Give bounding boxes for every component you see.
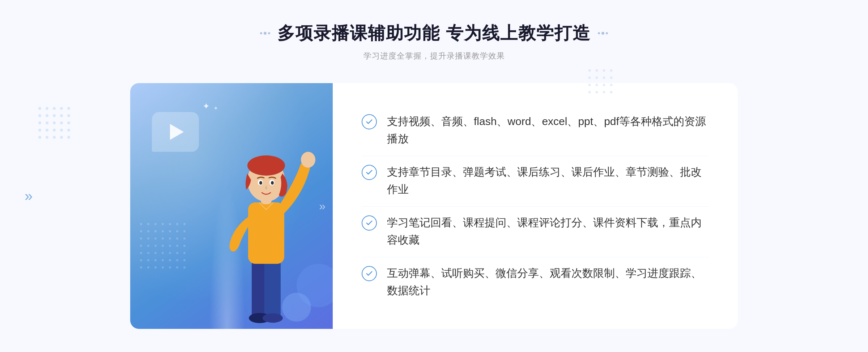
svg-point-64	[53, 107, 56, 110]
svg-point-102	[610, 91, 613, 94]
svg-point-97	[603, 84, 605, 86]
svg-point-98	[610, 84, 613, 86]
svg-point-20	[183, 237, 186, 240]
svg-point-32	[169, 252, 171, 254]
svg-point-66	[67, 107, 70, 110]
svg-point-94	[610, 77, 613, 79]
svg-point-25	[169, 245, 171, 247]
svg-point-4	[169, 223, 171, 225]
svg-point-34	[183, 252, 186, 254]
svg-point-16	[154, 237, 157, 240]
svg-point-92	[596, 77, 598, 79]
svg-point-22	[147, 245, 149, 247]
svg-point-10	[162, 230, 164, 232]
svg-point-87	[588, 69, 591, 72]
svg-point-40	[176, 259, 178, 261]
svg-point-29	[147, 252, 149, 254]
svg-point-18	[169, 237, 171, 240]
svg-point-30	[154, 252, 157, 254]
svg-point-60	[259, 181, 262, 185]
person-illustration	[208, 126, 324, 329]
svg-point-19	[176, 237, 178, 240]
svg-point-13	[183, 230, 186, 232]
svg-point-75	[60, 121, 63, 124]
title-decorator-left	[260, 32, 270, 35]
svg-point-63	[46, 107, 48, 110]
svg-point-83	[46, 136, 48, 139]
svg-point-68	[46, 114, 48, 117]
svg-point-82	[38, 136, 41, 139]
svg-point-45	[162, 266, 164, 269]
svg-point-96	[596, 84, 598, 86]
svg-point-7	[140, 230, 142, 232]
svg-point-74	[53, 121, 56, 124]
svg-point-65	[60, 107, 63, 110]
svg-rect-50	[264, 260, 281, 318]
feature-text-1: 支持视频、音频、flash、word、excel、ppt、pdf等各种格式的资源…	[387, 113, 709, 147]
feature-item-4: 互动弹幕、试听购买、微信分享、观看次数限制、学习进度跟踪、数据统计	[362, 257, 709, 306]
svg-point-21	[140, 245, 142, 247]
svg-point-6	[183, 223, 186, 225]
svg-point-35	[140, 259, 142, 261]
features-panel: 支持视频、音频、flash、word、excel、ppt、pdf等各种格式的资源…	[333, 83, 738, 329]
svg-point-8	[147, 230, 149, 232]
play-triangle-icon	[170, 124, 184, 140]
check-icon-2	[362, 165, 377, 180]
svg-point-61	[271, 181, 274, 185]
svg-point-73	[46, 121, 48, 124]
dot-grid-decoration	[137, 220, 210, 293]
svg-point-28	[140, 252, 142, 254]
svg-point-1	[147, 223, 149, 225]
svg-point-5	[176, 223, 178, 225]
svg-point-23	[154, 245, 157, 247]
check-icon-4	[362, 266, 377, 281]
header-section: 多项录播课辅助功能 专为线上教学打造 学习进度全掌握，提升录播课教学效果	[260, 22, 608, 61]
svg-point-67	[38, 114, 41, 117]
svg-point-33	[176, 252, 178, 254]
svg-point-81	[67, 129, 70, 132]
svg-point-26	[176, 245, 178, 247]
title-decorator-right	[598, 32, 608, 35]
svg-point-70	[60, 114, 63, 117]
left-arrow-decoration: »	[25, 188, 33, 204]
svg-point-80	[60, 129, 63, 132]
svg-point-85	[60, 136, 63, 139]
svg-point-27	[183, 245, 186, 247]
svg-point-88	[596, 69, 598, 72]
svg-point-79	[53, 129, 56, 132]
right-background-dots	[586, 67, 629, 110]
sparkle-decoration-2: ✦	[213, 105, 218, 112]
svg-point-100	[596, 91, 598, 94]
card-right-arrows: »	[319, 199, 326, 213]
svg-point-9	[154, 230, 157, 232]
svg-point-17	[162, 237, 164, 240]
play-bubble	[152, 112, 199, 152]
feature-item-3: 学习笔记回看、课程提问、课程评论打分、课件资料下载，重点内容收藏	[362, 206, 709, 256]
svg-point-91	[588, 77, 591, 79]
svg-point-93	[603, 77, 605, 79]
svg-point-69	[53, 114, 56, 117]
svg-point-71	[67, 114, 70, 117]
svg-point-42	[140, 266, 142, 269]
svg-point-11	[169, 230, 171, 232]
subtitle: 学习进度全掌握，提升录播课教学效果	[260, 51, 608, 61]
page-wrapper: » 多项录播课辅助功能 专为线上教学打造 学习进度全掌握，提升录播课教学效果 ✦…	[0, 0, 868, 352]
svg-point-12	[176, 230, 178, 232]
feature-text-2: 支持章节目录、弹题考试、课后练习、课后作业、章节测验、批改作业	[387, 163, 709, 198]
svg-point-39	[169, 259, 171, 261]
feature-text-3: 学习笔记回看、课程提问、课程评论打分、课件资料下载，重点内容收藏	[387, 214, 709, 249]
svg-point-15	[147, 237, 149, 240]
svg-point-46	[169, 266, 171, 269]
left-background-dots	[36, 105, 94, 163]
svg-point-95	[588, 84, 591, 86]
illustration-card: ✦ ✦	[130, 83, 333, 329]
svg-point-84	[53, 136, 56, 139]
svg-point-99	[588, 91, 591, 94]
svg-point-54	[301, 152, 315, 168]
svg-point-3	[162, 223, 164, 225]
svg-point-2	[154, 223, 157, 225]
svg-point-0	[140, 223, 142, 225]
svg-point-62	[38, 107, 41, 110]
svg-point-72	[38, 121, 41, 124]
svg-point-52	[263, 313, 283, 323]
